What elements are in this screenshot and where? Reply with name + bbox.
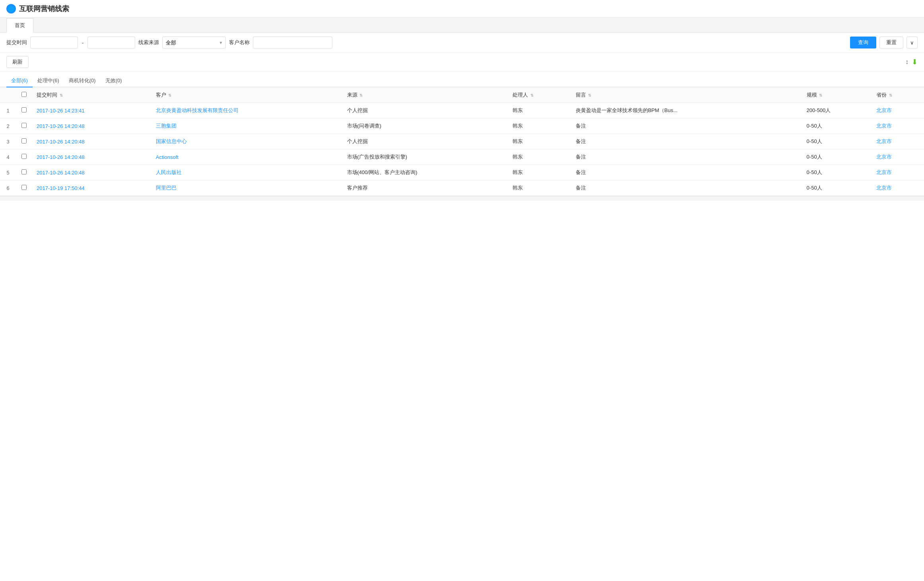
cell-source: 个人挖掘 <box>342 103 508 118</box>
province-link[interactable]: 北京市 <box>876 107 892 113</box>
province-link[interactable]: 北京市 <box>876 185 892 191</box>
cell-checkbox[interactable] <box>16 118 32 134</box>
col-comment[interactable]: 留言 ⇅ <box>571 87 802 103</box>
cell-customer: 人民出版社 <box>151 165 342 180</box>
col-source[interactable]: 来源 ⇅ <box>342 87 508 103</box>
cell-source: 市场(问卷调查) <box>342 118 508 134</box>
col-province[interactable]: 省份 ⇅ <box>872 87 924 103</box>
cell-checkbox[interactable] <box>16 149 32 165</box>
collapse-button[interactable]: ∨ <box>907 37 918 48</box>
data-tabs: 全部(6) 处理中(6) 商机转化(0) 无效(0) <box>0 72 924 87</box>
cell-source: 市场(400/网站、客户主动咨询) <box>342 165 508 180</box>
time-separator: - <box>81 40 84 46</box>
submit-time-link[interactable]: 2017-10-26 14:20:48 <box>37 139 85 145</box>
province-link[interactable]: 北京市 <box>876 169 892 175</box>
submit-time-link[interactable]: 2017-10-26 14:20:48 <box>37 154 85 160</box>
customer-name-input[interactable] <box>253 37 332 48</box>
download-icon[interactable]: ⬇ <box>912 58 918 66</box>
row-checkbox[interactable] <box>21 154 27 159</box>
app-icon: 🌐 <box>6 4 16 14</box>
row-checkbox[interactable] <box>21 107 27 112</box>
cell-customer: 国家信息中心 <box>151 134 342 149</box>
cell-province: 北京市 <box>872 165 924 180</box>
cell-scale: 0-50人 <box>802 165 872 180</box>
cell-handler: 韩东 <box>508 149 571 165</box>
cell-submit-time: 2017-10-26 14:20:48 <box>32 134 151 149</box>
source-label: 线索来源 <box>138 39 159 46</box>
customer-link[interactable]: Actionsoft <box>156 154 179 160</box>
cell-province: 北京市 <box>872 103 924 118</box>
col-submit-time[interactable]: 提交时间 ⇅ <box>32 87 151 103</box>
province-link[interactable]: 北京市 <box>876 154 892 160</box>
table-row: 3 2017-10-26 14:20:48 国家信息中心 个人挖掘 韩东 备注 … <box>0 134 924 149</box>
row-checkbox[interactable] <box>21 138 27 143</box>
reset-button[interactable]: 重置 <box>879 37 903 48</box>
cell-scale: 200-500人 <box>802 103 872 118</box>
cell-submit-time: 2017-10-26 14:20:48 <box>32 118 151 134</box>
cell-scale: 0-50人 <box>802 149 872 165</box>
tab-bar: 首页 <box>0 18 924 33</box>
cell-checkbox[interactable] <box>16 134 32 149</box>
cell-handler: 韩东 <box>508 118 571 134</box>
cell-customer: 阿里巴巴 <box>151 180 342 196</box>
source-sort-icon: ⇅ <box>359 93 363 97</box>
cell-comment: 备注 <box>571 149 802 165</box>
col-handler[interactable]: 处理人 ⇅ <box>508 87 571 103</box>
submit-time-link[interactable]: 2017-10-26 14:23:41 <box>37 108 85 114</box>
cell-comment: 备注 <box>571 180 802 196</box>
cell-handler: 韩东 <box>508 180 571 196</box>
tab-converted[interactable]: 商机转化(0) <box>64 75 101 87</box>
submit-time-link[interactable]: 2017-10-26 14:20:48 <box>37 123 85 129</box>
tab-processing[interactable]: 处理中(6) <box>33 75 64 87</box>
cell-province: 北京市 <box>872 149 924 165</box>
customer-link[interactable]: 人民出版社 <box>156 169 182 175</box>
page-title: 互联网营销线索 <box>19 4 69 14</box>
customer-link[interactable]: 国家信息中心 <box>156 138 187 144</box>
cell-customer: Actionsoft <box>151 149 342 165</box>
province-link[interactable]: 北京市 <box>876 138 892 144</box>
submit-time-sort-icon: ⇅ <box>60 93 63 97</box>
source-select[interactable]: 全部 个人挖掘 市场(问卷调查) 市场(广告投放和搜索引擎) 市场(400/网站… <box>162 37 226 48</box>
cell-checkbox[interactable] <box>16 165 32 180</box>
cell-province: 北京市 <box>872 134 924 149</box>
col-scale[interactable]: 规模 ⇅ <box>802 87 872 103</box>
sort-icon[interactable]: ↕︎ <box>905 58 908 66</box>
comment-sort-icon: ⇅ <box>588 93 591 97</box>
submit-time-end-input[interactable] <box>87 37 135 48</box>
cell-scale: 0-50人 <box>802 180 872 196</box>
submit-time-link[interactable]: 2017-10-19 17:50:44 <box>37 185 85 191</box>
cell-source: 客户推荐 <box>342 180 508 196</box>
row-checkbox[interactable] <box>21 169 27 174</box>
customer-link[interactable]: 三胞集团 <box>156 123 177 129</box>
cell-checkbox[interactable] <box>16 103 32 118</box>
tab-invalid[interactable]: 无效(0) <box>101 75 127 87</box>
horizontal-scrollbar[interactable] <box>0 196 924 201</box>
cell-customer: 北京炎黄盈动科技发展有限责任公司 <box>151 103 342 118</box>
row-checkbox[interactable] <box>21 185 27 190</box>
table-row: 6 2017-10-19 17:50:44 阿里巴巴 客户推荐 韩东 备注 0-… <box>0 180 924 196</box>
cell-handler: 韩东 <box>508 103 571 118</box>
col-customer[interactable]: 客户 ⇅ <box>151 87 342 103</box>
cell-submit-time: 2017-10-26 14:23:41 <box>32 103 151 118</box>
row-checkbox[interactable] <box>21 123 27 128</box>
submit-time-link[interactable]: 2017-10-26 14:20:48 <box>37 170 85 176</box>
table-wrap: 提交时间 ⇅ 客户 ⇅ 来源 ⇅ 处理人 ⇅ 留言 ⇅ <box>0 87 924 196</box>
customer-link[interactable]: 北京炎黄盈动科技发展有限责任公司 <box>156 107 239 113</box>
toolbar-right: ↕︎ ⬇ <box>905 58 918 66</box>
tab-home[interactable]: 首页 <box>6 18 33 33</box>
province-link[interactable]: 北京市 <box>876 123 892 129</box>
cell-checkbox[interactable] <box>16 180 32 196</box>
cell-index: 4 <box>0 149 16 165</box>
cell-scale: 0-50人 <box>802 118 872 134</box>
tab-all[interactable]: 全部(6) <box>6 75 33 87</box>
cell-submit-time: 2017-10-19 17:50:44 <box>32 180 151 196</box>
customer-link[interactable]: 阿里巴巴 <box>156 185 177 191</box>
cell-comment: 备注 <box>571 134 802 149</box>
table-row: 2 2017-10-26 14:20:48 三胞集团 市场(问卷调查) 韩东 备… <box>0 118 924 134</box>
query-button[interactable]: 查询 <box>850 37 876 48</box>
select-all-checkbox[interactable] <box>21 92 27 97</box>
cell-province: 北京市 <box>872 180 924 196</box>
cell-province: 北京市 <box>872 118 924 134</box>
refresh-button[interactable]: 刷新 <box>6 56 29 68</box>
submit-time-start-input[interactable] <box>30 37 78 48</box>
